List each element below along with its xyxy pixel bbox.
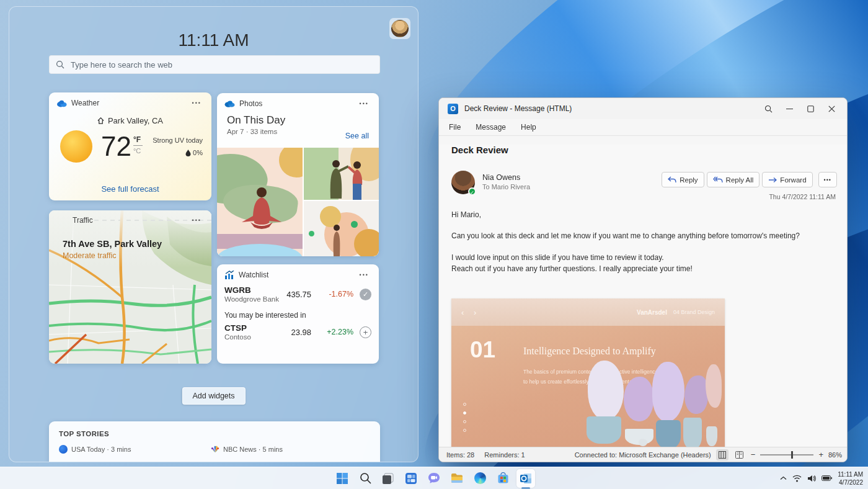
more-actions-button[interactable]: •••	[818, 172, 837, 187]
zoom-level: 86%	[828, 451, 842, 459]
photos-more-button[interactable]: •••	[357, 99, 371, 108]
window-title-bar[interactable]: O Deck Review - Message (HTML)	[439, 98, 847, 119]
weather-precip: 0%	[193, 149, 203, 156]
watchlist-more-button[interactable]: •••	[357, 271, 371, 279]
stock-symbol: CTSP	[224, 323, 251, 333]
file-explorer-button[interactable]	[448, 469, 466, 488]
stock-added-check-icon[interactable]: ✓	[360, 289, 371, 300]
body-paragraph: Can you look at this deck and let me kno…	[451, 231, 800, 241]
search-input[interactable]	[69, 60, 373, 70]
stock-change: -1.67%	[317, 290, 353, 298]
stock-row-wgrb[interactable]: WGRB Woodgrove Bank 435.75 -1.67% ✓	[217, 285, 379, 303]
droplet-icon	[185, 150, 191, 156]
window-search-icon[interactable]	[758, 100, 779, 117]
watchlist-widget[interactable]: Watchlist ••• WGRB Woodgrove Bank 435.75…	[217, 264, 379, 364]
stock-row-ctsp[interactable]: CTSP Contoso 23.98 +2.23% +	[217, 323, 379, 341]
tray-clock[interactable]: 11:11 AM 4/7/2022	[838, 470, 863, 487]
watchlist-suggestion-label: You may be interested in	[224, 311, 379, 320]
meditating-person	[238, 184, 285, 232]
two-people	[321, 158, 371, 200]
minimize-button[interactable]	[779, 100, 800, 117]
store-button[interactable]	[494, 469, 512, 488]
photos-widget[interactable]: Photos ••• On This Day Apr 7 · 33 items …	[217, 93, 379, 256]
weather-cloud-icon	[56, 99, 67, 107]
file-explorer-icon	[451, 473, 463, 483]
sun-icon	[60, 130, 92, 163]
close-button[interactable]	[821, 100, 842, 117]
news-source: NBC News · 5 mins	[223, 446, 283, 453]
forward-button[interactable]: Forward	[762, 172, 812, 187]
stock-company: Woodgrove Bank	[224, 295, 279, 303]
battery-icon[interactable]	[822, 475, 832, 481]
outlook-icon	[520, 472, 532, 485]
sender-avatar[interactable]: ✓	[451, 171, 475, 194]
widgets-clock: 11:11 AM	[9, 30, 418, 50]
watchlist-chart-icon	[224, 271, 234, 279]
menu-file[interactable]: File	[449, 123, 461, 132]
search-icon	[56, 60, 64, 69]
stock-add-plus-icon[interactable]: +	[360, 326, 371, 338]
photos-cloud-icon	[224, 100, 235, 107]
traffic-title: Traffic	[73, 216, 190, 225]
reply-all-button[interactable]: Reply All	[707, 172, 760, 187]
status-connection: Connected to: Microsoft Exchange (Header…	[575, 451, 711, 459]
chat-button[interactable]	[425, 469, 443, 488]
message-body: Hi Mario, Can you look at this deck and …	[451, 210, 800, 285]
chat-icon	[428, 472, 440, 484]
weather-more-button[interactable]: •••	[190, 99, 204, 107]
menu-message[interactable]: Message	[476, 123, 506, 132]
add-widgets-button[interactable]: Add widgets	[182, 387, 245, 405]
unit-fahrenheit[interactable]: °F	[133, 135, 141, 144]
tray-time: 11:11 AM	[838, 471, 863, 478]
reply-button[interactable]: Reply	[662, 172, 704, 187]
weather-widget[interactable]: Weather ••• Park Valley, CA 72 °F °C	[49, 92, 211, 200]
task-view-icon	[382, 472, 394, 485]
presence-available-icon: ✓	[468, 187, 476, 195]
tray-chevron-up-icon[interactable]	[780, 476, 787, 480]
web-search-bar[interactable]	[49, 55, 380, 74]
slide-plants-illustration	[579, 359, 725, 455]
photos-see-all-link[interactable]: See all	[345, 132, 369, 140]
taskbar-search-button[interactable]	[356, 469, 374, 488]
widgets-button[interactable]	[402, 469, 420, 488]
task-view-button[interactable]	[379, 469, 397, 488]
body-paragraph: Reach out if you have any further questi…	[451, 264, 800, 274]
maximize-button[interactable]	[800, 100, 821, 117]
unit-celsius[interactable]: °C	[133, 147, 141, 155]
message-actions: Reply Reply All Forward •••	[662, 172, 837, 187]
outlook-taskbar-button[interactable]	[516, 469, 535, 488]
layout-view-icon[interactable]	[733, 449, 746, 460]
news-item-usa-today[interactable]: USA Today · 3 mins	[59, 445, 211, 454]
news-source: USA Today · 3 mins	[71, 446, 131, 453]
attached-slide-image[interactable]: ‹ › VanArsdel 04 Brand Design 01 Intelli…	[451, 298, 725, 455]
forward-arrow-icon	[768, 177, 777, 183]
message-subject: Deck Review	[451, 145, 847, 155]
wifi-icon[interactable]	[792, 475, 802, 482]
menu-help[interactable]: Help	[521, 123, 536, 132]
status-items-count: Items: 28	[446, 451, 474, 459]
news-item-nbc-news[interactable]: NBC News · 5 mins	[211, 445, 363, 454]
tray-date: 4/7/2022	[839, 479, 863, 486]
weather-title: Weather	[71, 99, 190, 107]
traffic-widget[interactable]: Traffic ••• 7th Ave SB, Park Valley Mode…	[49, 210, 211, 364]
sender-name[interactable]: Nia Owens	[482, 173, 530, 182]
photos-title: Photos	[239, 99, 357, 108]
zoom-slider[interactable]	[760, 454, 813, 455]
volume-icon[interactable]	[807, 475, 816, 482]
weather-temperature: 72	[101, 133, 131, 160]
traffic-more-button[interactable]: •••	[190, 216, 204, 225]
edge-button[interactable]	[471, 469, 489, 488]
zoom-in-button[interactable]: +	[818, 450, 823, 459]
zoom-out-button[interactable]: −	[751, 450, 756, 459]
reading-view-icon[interactable]	[716, 449, 728, 460]
zoom-slider-thumb[interactable]	[791, 451, 793, 459]
slide-next-icon: ›	[474, 308, 486, 317]
start-button[interactable]	[333, 469, 352, 488]
photo-collage[interactable]	[217, 148, 379, 256]
taskbar: 11:11 AM 4/7/2022	[0, 467, 868, 489]
widgets-icon	[405, 472, 417, 485]
recipient-line[interactable]: To Mario Rivera	[482, 183, 530, 191]
see-full-forecast-link[interactable]: See full forecast	[49, 184, 211, 194]
body-paragraph: I would love input on this slide if you …	[451, 253, 800, 263]
widgets-profile-avatar[interactable]	[389, 18, 410, 39]
